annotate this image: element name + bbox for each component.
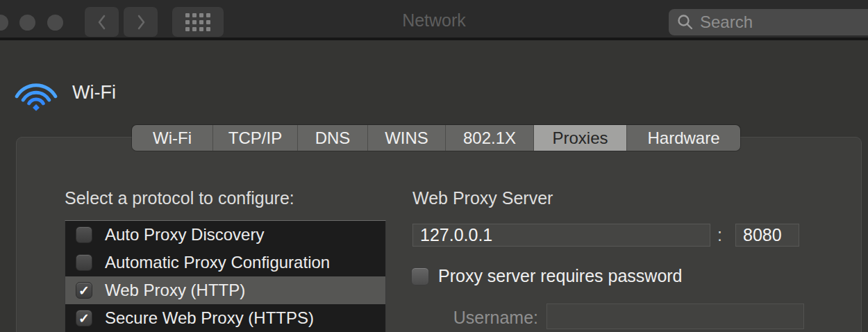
protocol-checkbox[interactable]: ✓ [76, 282, 92, 299]
titlebar: Network [0, 0, 868, 40]
password-required-checkbox[interactable]: ✓ [411, 267, 429, 285]
tab-proxies[interactable]: Proxies [533, 125, 626, 151]
check-icon: ✓ [78, 284, 90, 297]
tab-8021x[interactable]: 802.1X [445, 125, 533, 151]
password-required-label: Proxy server requires password [438, 266, 683, 286]
network-preferences-window: Network Wi-Fi Wi-Fi TCP/IP DNS WINS 802.… [0, 0, 868, 332]
protocol-checkbox[interactable]: ✓ [76, 254, 92, 271]
tab-wifi[interactable]: Wi-Fi [132, 125, 212, 151]
protocol-row-auto-proxy-discovery[interactable]: ✓ Auto Proxy Discovery [65, 221, 385, 249]
check-icon: ✓ [78, 312, 90, 325]
host-port-separator: : [717, 225, 722, 245]
protocol-label: Web Proxy (HTTP) [105, 281, 245, 300]
wifi-icon [12, 66, 60, 113]
username-label: Username: [399, 308, 538, 328]
server-section-label: Web Proxy Server [412, 188, 553, 208]
proxy-host-input[interactable] [412, 224, 710, 247]
search-icon [676, 13, 694, 31]
search-input[interactable] [700, 13, 853, 32]
username-input[interactable] [546, 304, 804, 329]
tab-hardware[interactable]: Hardware [626, 125, 740, 151]
tab-wins[interactable]: WINS [367, 125, 445, 151]
tab-bar: Wi-Fi TCP/IP DNS WINS 802.1X Proxies Har… [132, 125, 740, 151]
connection-name: Wi-Fi [72, 76, 116, 103]
tab-dns[interactable]: DNS [297, 125, 367, 151]
password-required-row: ✓ Proxy server requires password [411, 266, 683, 286]
protocol-label: Automatic Proxy Configuration [105, 253, 330, 272]
protocol-list-caption: Select a protocol to configure: [65, 188, 294, 208]
protocol-checkbox[interactable]: ✓ [76, 310, 92, 326]
search-field[interactable] [669, 9, 868, 35]
connection-header: Wi-Fi [12, 66, 116, 113]
protocol-row-web-proxy-http[interactable]: ✓ Web Proxy (HTTP) [65, 276, 385, 304]
protocol-list: ✓ Auto Proxy Discovery ✓ Automatic Proxy… [65, 220, 386, 332]
proxy-port-input[interactable] [735, 224, 799, 247]
protocol-row-automatic-proxy-configuration[interactable]: ✓ Automatic Proxy Configuration [65, 249, 385, 276]
tab-tcpip[interactable]: TCP/IP [212, 125, 297, 151]
protocol-label: Secure Web Proxy (HTTPS) [105, 308, 314, 328]
protocol-row-secure-web-proxy-https[interactable]: ✓ Secure Web Proxy (HTTPS) [65, 304, 385, 332]
protocol-label: Auto Proxy Discovery [105, 225, 264, 244]
protocol-checkbox[interactable]: ✓ [76, 226, 92, 243]
